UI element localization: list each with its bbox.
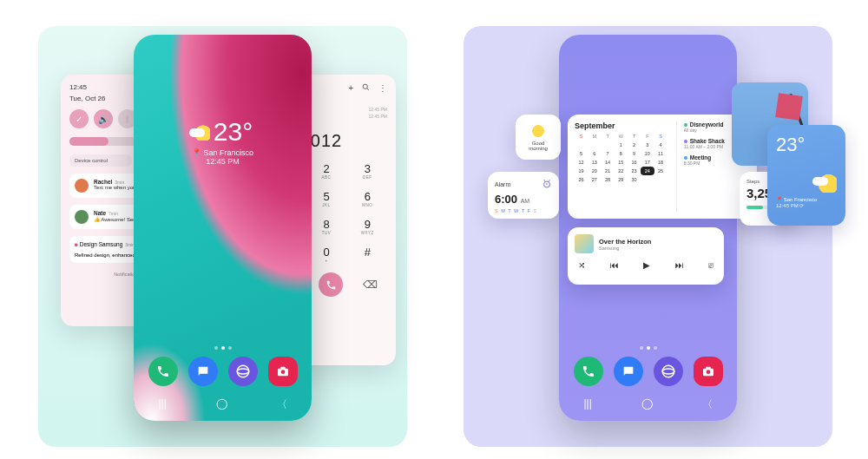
svg-point-12	[630, 370, 631, 370]
avatar	[75, 179, 89, 193]
alarm-label: Alarm	[495, 181, 510, 187]
weather-widget[interactable]: 23° 📍 San Francisco 12:45 PM ⟳	[767, 125, 845, 226]
browser-app-icon[interactable]	[228, 357, 258, 386]
svg-rect-9	[280, 367, 285, 370]
more-icon[interactable]: ⋮	[378, 83, 387, 93]
keypad-key[interactable]: 5JKL	[306, 186, 345, 212]
calendar-month: September	[575, 121, 667, 130]
nav-back-icon[interactable]: 〈	[277, 397, 287, 412]
svg-point-14	[662, 369, 674, 374]
track-artist: Samsung	[599, 246, 651, 251]
greeting-text: Good morning	[523, 141, 554, 151]
keypad-key[interactable]: 6MNO	[348, 186, 387, 212]
keypad-key[interactable]: 2ABC	[306, 158, 345, 184]
keypad-key[interactable]: 3DEF	[348, 158, 387, 184]
greeting-widget[interactable]: Good morning	[516, 115, 561, 160]
backspace-button[interactable]: ⌫	[363, 279, 378, 291]
calendar-widget[interactable]: September SMTWTFS 1234567891011121314151…	[568, 115, 757, 219]
album-art	[575, 234, 594, 253]
nav-recent-icon[interactable]: |||	[158, 397, 166, 412]
alarm-widget[interactable]: Alarm 6:00 AM S M T W T F S	[488, 172, 559, 219]
svg-point-4	[205, 370, 206, 370]
recent-time: 12:45 PM	[369, 114, 387, 119]
notif-sender: Rachel	[94, 179, 112, 185]
next-icon[interactable]: ⏭	[675, 260, 684, 270]
alarm-ampm: AM	[521, 198, 530, 204]
notif-sender: Design Samsung	[80, 241, 123, 247]
avatar	[75, 210, 89, 224]
device-control-chip[interactable]: Device control	[69, 154, 132, 167]
nav-home-icon[interactable]: ◯	[216, 397, 227, 412]
music-widget[interactable]: Over the Horizon Samsung ⤨ ⏮ ▶ ⏭ ⎚	[568, 227, 724, 285]
sun-icon	[531, 124, 545, 138]
nav-bar: ||| ◯ 〈	[134, 397, 312, 412]
weather-temp: 23°	[776, 134, 837, 156]
app-dock	[559, 357, 737, 386]
page-indicator	[559, 346, 737, 350]
notif-sender: Nate	[94, 210, 106, 216]
browser-app-icon[interactable]	[654, 357, 683, 386]
weather-icon	[816, 172, 837, 193]
svg-point-8	[280, 370, 285, 374]
keypad-key[interactable]: 8TUV	[306, 213, 345, 239]
nav-recent-icon[interactable]: |||	[583, 397, 591, 412]
messages-app-icon[interactable]	[614, 357, 643, 386]
keypad-key[interactable]: 9WXYZ	[348, 213, 387, 239]
messages-app-icon[interactable]	[188, 357, 218, 386]
location-label: San Francisco	[203, 148, 253, 157]
home-weather-widget[interactable]: 23° 📍 San Francisco 12:45 PM	[134, 117, 312, 166]
svg-point-3	[202, 370, 203, 370]
app-dock	[134, 357, 312, 386]
svg-point-2	[200, 370, 201, 370]
svg-point-5	[237, 365, 249, 377]
svg-point-10	[625, 370, 626, 370]
qs-wifi-icon[interactable]: ✓	[69, 109, 89, 128]
center-phone: 23° 📍 San Francisco 12:45 PM ||| ◯ 〈	[134, 35, 312, 421]
weather-time: 12:45 PM	[776, 203, 799, 208]
cast-icon[interactable]: ⎚	[708, 260, 713, 270]
qs-volume-icon[interactable]: 🔊	[94, 109, 113, 128]
nav-home-icon[interactable]: ◯	[641, 397, 653, 412]
status-clock: 12:45	[69, 83, 87, 91]
svg-point-13	[662, 365, 674, 377]
play-icon[interactable]: ▶	[643, 260, 650, 270]
svg-point-0	[363, 84, 367, 89]
temperature: 23°	[214, 117, 253, 147]
svg-point-6	[237, 369, 249, 374]
phone-app-icon[interactable]	[574, 357, 603, 386]
svg-line-1	[367, 89, 369, 90]
search-icon[interactable]	[362, 83, 370, 93]
call-button[interactable]	[319, 272, 343, 297]
alarm-days: S M T W T F S	[495, 208, 552, 213]
alarm-icon	[542, 179, 552, 189]
page-indicator	[134, 346, 312, 350]
shuffle-icon[interactable]: ⤨	[578, 260, 585, 270]
camera-app-icon[interactable]	[694, 357, 723, 386]
recent-time: 12:45 PM	[369, 107, 387, 112]
calendar-dow: SMTWTFS	[575, 134, 667, 139]
nav-bar: ||| ◯ 〈	[559, 397, 737, 412]
keypad-key[interactable]: 0+	[306, 241, 345, 267]
weather-icon	[193, 123, 210, 141]
keypad-key[interactable]: #	[348, 241, 387, 267]
track-title: Over the Horizon	[599, 238, 651, 246]
svg-point-16	[706, 370, 710, 374]
add-icon[interactable]: +	[348, 83, 353, 93]
svg-rect-17	[706, 367, 710, 370]
camera-app-icon[interactable]	[268, 357, 298, 386]
time-label: 12:45 PM	[134, 157, 312, 166]
nav-back-icon[interactable]: 〈	[702, 397, 713, 412]
phone-app-icon[interactable]	[148, 357, 178, 386]
svg-point-11	[628, 370, 628, 370]
prev-icon[interactable]: ⏮	[610, 260, 619, 270]
alarm-time: 6:00	[495, 193, 517, 206]
